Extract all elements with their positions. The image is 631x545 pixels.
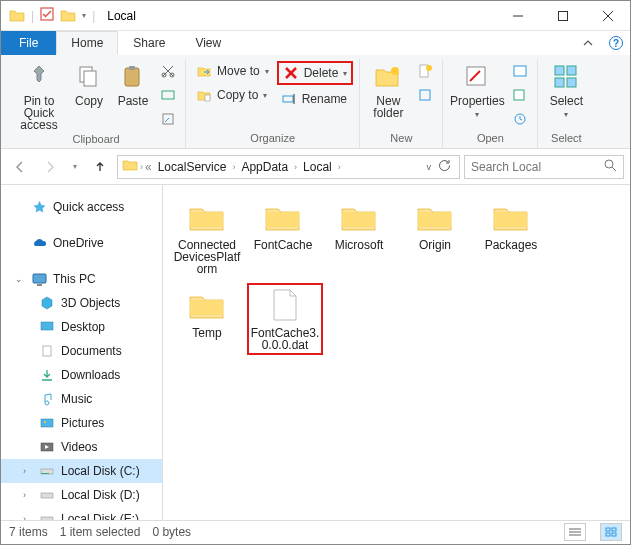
sidebar-item-local-disk-c[interactable]: ›Local Disk (C:) <box>1 459 162 483</box>
svg-rect-6 <box>84 71 96 86</box>
search-placeholder: Search Local <box>471 160 598 174</box>
sidebar-this-pc[interactable]: ⌄This PC <box>1 267 162 291</box>
recent-locations-button[interactable]: ▾ <box>67 154 83 180</box>
file-label: Origin <box>419 239 451 251</box>
sidebar-item-music[interactable]: Music <box>1 387 162 411</box>
large-icons-view-button[interactable] <box>600 523 622 541</box>
address-dropdown-icon[interactable]: v <box>427 162 432 172</box>
paste-shortcut-button[interactable] <box>157 109 179 129</box>
minimize-ribbon-button[interactable] <box>574 31 602 55</box>
delete-button[interactable]: Delete▾ <box>277 61 354 85</box>
file-tab[interactable]: File <box>1 31 56 55</box>
item-count: 7 items <box>9 525 48 539</box>
qat-checkbox-icon[interactable] <box>40 7 54 24</box>
folder-item[interactable]: Temp <box>171 283 243 355</box>
qat-dropdown-icon[interactable]: ▾ <box>82 11 86 20</box>
sidebar-item-documents[interactable]: Documents <box>1 339 162 363</box>
crumb-local[interactable]: Local <box>299 160 336 174</box>
share-tab[interactable]: Share <box>118 31 180 55</box>
file-label: Microsoft <box>335 239 384 251</box>
sidebar-item-desktop[interactable]: Desktop <box>1 315 162 339</box>
svg-point-30 <box>605 160 613 168</box>
cloud-icon <box>31 235 47 251</box>
folder-item[interactable]: Microsoft <box>323 195 395 279</box>
sidebar-item-3d-objects[interactable]: 3D Objects <box>1 291 162 315</box>
folder-item[interactable]: Packages <box>475 195 547 279</box>
history-button[interactable] <box>509 109 531 129</box>
breadcrumb[interactable]: › « LocalService› AppData› Local› v <box>117 155 460 179</box>
folder-icon <box>185 287 229 325</box>
desktop-icon <box>39 319 55 335</box>
sidebar-onedrive[interactable]: OneDrive <box>1 231 162 255</box>
copy-icon <box>73 61 105 93</box>
easy-access-button[interactable] <box>414 85 436 105</box>
sidebar-item-local-disk-e[interactable]: ›Local Disk (E:) <box>1 507 162 520</box>
new-item-button[interactable] <box>414 61 436 81</box>
folder-item[interactable]: Connected DevicesPlatform <box>171 195 243 279</box>
pin-to-quick-access-button[interactable]: Pin to Quick access <box>13 59 65 131</box>
maximize-button[interactable] <box>540 1 585 31</box>
paste-button[interactable]: Paste <box>113 59 153 107</box>
svg-rect-21 <box>420 90 430 100</box>
svg-rect-33 <box>37 284 42 286</box>
folder-icon <box>60 8 76 24</box>
folder-item[interactable]: Origin <box>399 195 471 279</box>
refresh-button[interactable] <box>433 158 455 175</box>
select-icon <box>550 61 582 93</box>
svg-rect-7 <box>125 68 139 86</box>
svg-rect-46 <box>606 528 610 531</box>
svg-rect-32 <box>33 274 46 283</box>
star-icon <box>31 199 47 215</box>
open-button[interactable] <box>509 61 531 81</box>
paste-icon <box>117 61 149 93</box>
navigation-pane[interactable]: Quick access OneDrive ⌄This PC 3D Object… <box>1 185 163 520</box>
view-tab[interactable]: View <box>180 31 236 55</box>
home-tab[interactable]: Home <box>56 31 118 55</box>
new-folder-button[interactable]: New folder <box>366 59 410 119</box>
svg-rect-40 <box>41 473 49 474</box>
forward-button[interactable] <box>37 154 63 180</box>
search-input[interactable]: Search Local <box>464 155 624 179</box>
sidebar-item-downloads[interactable]: Downloads <box>1 363 162 387</box>
file-label: Temp <box>192 327 221 339</box>
back-button[interactable] <box>7 154 33 180</box>
copy-path-button[interactable] <box>157 85 179 105</box>
svg-rect-8 <box>129 66 135 70</box>
copy-button[interactable]: Copy <box>69 59 109 107</box>
folder-item[interactable]: FontCache <box>247 195 319 279</box>
move-to-icon <box>196 63 212 79</box>
up-button[interactable] <box>87 154 113 180</box>
svg-rect-34 <box>41 322 53 330</box>
qat-separator: | <box>92 9 95 23</box>
crumb-localservice[interactable]: LocalService <box>154 160 231 174</box>
file-view[interactable]: Connected DevicesPlatformFontCacheMicros… <box>163 185 630 520</box>
move-to-button[interactable]: Move to▾ <box>192 61 273 81</box>
folder-icon <box>261 199 305 237</box>
minimize-button[interactable] <box>495 1 540 31</box>
copy-to-button[interactable]: Copy to▾ <box>192 85 273 105</box>
documents-icon <box>39 343 55 359</box>
cut-button[interactable] <box>157 61 179 81</box>
rename-button[interactable]: Rename <box>277 89 354 109</box>
select-button[interactable]: Select▾ <box>544 59 588 121</box>
drive-icon <box>39 487 55 503</box>
titlebar: | ▾ | Local <box>1 1 630 31</box>
body: Quick access OneDrive ⌄This PC 3D Object… <box>1 185 630 520</box>
sidebar-item-pictures[interactable]: Pictures <box>1 411 162 435</box>
help-icon: ? <box>609 36 623 50</box>
file-label: FontCache <box>254 239 313 251</box>
details-view-button[interactable] <box>564 523 586 541</box>
svg-rect-36 <box>41 419 53 427</box>
sidebar-item-local-disk-d[interactable]: ›Local Disk (D:) <box>1 483 162 507</box>
help-button[interactable]: ? <box>602 31 630 55</box>
sidebar-quick-access[interactable]: Quick access <box>1 195 162 219</box>
properties-button[interactable]: Properties▾ <box>449 59 505 121</box>
crumb-appdata[interactable]: AppData <box>237 160 292 174</box>
folder-icon <box>9 8 25 24</box>
file-item[interactable]: FontCache3.0.0.0.dat <box>247 283 323 355</box>
sidebar-item-videos[interactable]: Videos <box>1 435 162 459</box>
select-group: Select▾ Select <box>538 59 594 148</box>
close-button[interactable] <box>585 1 630 31</box>
file-label: Connected DevicesPlatform <box>171 239 243 275</box>
edit-button[interactable] <box>509 85 531 105</box>
